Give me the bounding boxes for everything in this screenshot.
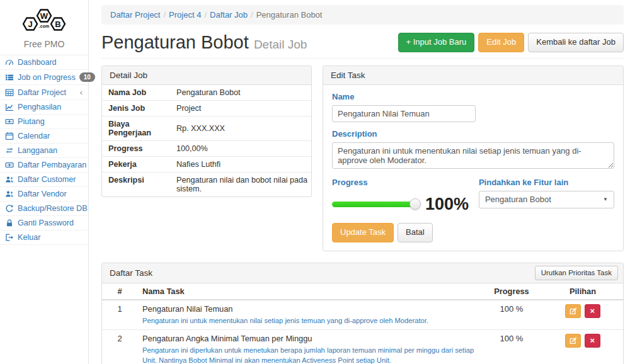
sign-out-icon: [5, 233, 14, 242]
sidebar-item-daftar-pembayaran[interactable]: Daftar Pembayaran: [0, 158, 88, 173]
x-icon: ×: [590, 307, 595, 315]
jwb-logo-icon: W J B .com: [15, 5, 73, 35]
sidebar-item-label: Calendar: [18, 132, 50, 140]
sidebar-item-label: Ganti Password: [18, 219, 74, 227]
sidebar-item-label: Penghasilan: [18, 103, 61, 111]
sidebar-item-daftar-customer[interactable]: Daftar Customer: [0, 173, 88, 187]
progress-slider-handle[interactable]: [410, 198, 421, 210]
users-icon: [5, 190, 14, 198]
daftar-task-panel-title: Daftar Task: [110, 268, 152, 278]
column-header-pilihan: Pilihan: [542, 283, 623, 300]
calendar-icon: [5, 132, 14, 140]
progress-slider[interactable]: [332, 202, 415, 207]
breadcrumb: Daftar Project/Project 4/Daftar Job/Peng…: [101, 5, 624, 25]
money-icon: [5, 117, 14, 126]
dashboard-icon: [5, 58, 14, 67]
column-header-nama-task: Nama Task: [137, 283, 481, 300]
name-label: Name: [332, 92, 614, 101]
table-header-row: # Nama Task Progress Pilihan: [102, 283, 623, 300]
sort-priority-button[interactable]: Urutkan Prioritas Task: [535, 266, 618, 280]
sidebar-item-label: Daftar Project: [18, 88, 66, 97]
breadcrumb-current: Pengaturan Bobot: [256, 10, 323, 20]
sidebar-item-langganan[interactable]: Langganan: [0, 144, 88, 158]
app-logo: W J B .com Free PMO: [0, 0, 88, 55]
sidebar-item-backup-restore-db[interactable]: Backup/Restore DB: [0, 202, 88, 216]
sidebar-item-calendar[interactable]: Calendar: [0, 129, 88, 144]
move-feature-select[interactable]: Pengaturan Bobot ▼: [479, 191, 614, 208]
column-header-progress: Progress: [481, 283, 542, 300]
selected-option: Pengaturan Bobot: [485, 195, 551, 204]
money-icon: [5, 161, 14, 169]
task-description: Pengaturan ini diperlukan untuk menetuka…: [142, 345, 476, 364]
table-row: DeskripsiPengaturan nilai dan bobot nila…: [102, 172, 311, 196]
batal-button[interactable]: Batal: [398, 223, 433, 242]
breadcrumb-separator: /: [204, 10, 207, 20]
breadcrumb-separator: /: [163, 10, 166, 20]
list-icon: [5, 73, 14, 82]
task-description-textarea[interactable]: Pengaturan ini untuk menentukan nilai se…: [332, 142, 614, 169]
sidebar-item-label: Backup/Restore DB: [18, 204, 88, 213]
sidebar-item-label: Daftar Vendor: [18, 190, 67, 198]
table-row: PekerjaNafies Luthfi: [102, 156, 311, 172]
sidebar-item-job-on-progress[interactable]: Job on Progress 10: [0, 70, 88, 85]
page-header: Pengaturan Bobot Detail Job + Input Job …: [101, 33, 624, 59]
main-content: Daftar Project/Project 4/Daftar Job/Peng…: [89, 0, 630, 364]
sidebar-item-label: Keluar: [18, 233, 40, 242]
retweet-icon: [5, 146, 14, 155]
sidebar-item-label: Daftar Pembayaran: [18, 161, 86, 169]
sidebar-item-ganti-password[interactable]: Ganti Password: [0, 216, 88, 230]
breadcrumb-link-daftar-project[interactable]: Daftar Project: [110, 10, 160, 20]
sidebar-item-label: Langganan: [18, 146, 57, 155]
table-icon: [5, 88, 14, 97]
table-row: 1 Pengaturan Nilai Temuan Pengaturan ini…: [102, 300, 623, 330]
pencil-square-icon: [570, 337, 577, 344]
chevron-left-icon: ‹: [80, 88, 84, 97]
edit-task-button[interactable]: [565, 304, 581, 318]
delete-task-button[interactable]: ×: [585, 304, 600, 318]
sidebar: W J B .com Free PMO Dashboard Job on Pro…: [0, 0, 89, 364]
edit-task-panel: Edit Task Name Description Pengaturan in…: [323, 65, 624, 251]
task-name-input[interactable]: [332, 105, 476, 122]
svg-text:J: J: [28, 20, 32, 29]
users-icon: [5, 175, 14, 184]
svg-text:W: W: [40, 11, 49, 21]
brand-name: Free PMO: [0, 39, 88, 49]
task-name: Pengaturan Angka Minimal Temuan per Ming…: [142, 334, 476, 343]
sidebar-item-dashboard[interactable]: Dashboard: [0, 55, 88, 70]
sidebar-item-daftar-project[interactable]: Daftar Project ‹: [0, 85, 88, 100]
lock-icon: [5, 219, 14, 227]
sidebar-item-penghasilan[interactable]: Penghasilan: [0, 100, 88, 115]
chevron-down-icon: ▼: [603, 196, 608, 202]
edit-task-button[interactable]: [565, 334, 581, 348]
task-name: Pengaturan Nilai Temuan: [142, 304, 476, 314]
x-icon: ×: [590, 336, 595, 344]
task-description: Pengaturan ini untuk menentukan nilai se…: [142, 316, 476, 326]
back-to-job-list-button[interactable]: Kembali ke daftar Job: [528, 33, 624, 52]
breadcrumb-link-daftar-job[interactable]: Daftar Job: [210, 10, 248, 20]
description-label: Description: [332, 129, 614, 139]
line-chart-icon: [5, 103, 14, 111]
delete-task-button[interactable]: ×: [585, 334, 600, 348]
sidebar-item-keluar[interactable]: Keluar: [0, 230, 88, 245]
progress-label: Progress: [332, 178, 479, 187]
sidebar-item-label: Job on Progress: [18, 73, 76, 82]
edit-job-button[interactable]: Edit Job: [478, 33, 524, 52]
table-row: Biaya PengerjaanRp. XXX.XXX: [102, 116, 311, 140]
sidebar-item-piutang[interactable]: Piutang: [0, 115, 88, 129]
update-task-button[interactable]: Update Task: [332, 223, 394, 242]
detail-job-panel-title: Detail Job: [102, 66, 311, 85]
input-job-baru-button[interactable]: + Input Job Baru: [398, 33, 475, 52]
progress-value: 100%: [425, 195, 469, 214]
pencil-square-icon: [570, 307, 577, 315]
table-row: Nama JobPengaturan Bobot: [102, 85, 311, 101]
page-title: Pengaturan Bobot Detail Job: [101, 33, 307, 52]
sidebar-item-label: Dashboard: [18, 58, 57, 67]
table-row: Progress100,00%: [102, 140, 311, 156]
daftar-task-panel: Daftar Task Urutkan Prioritas Task # Nam…: [101, 263, 624, 364]
breadcrumb-link-project-4[interactable]: Project 4: [169, 10, 201, 20]
svg-text:B: B: [55, 20, 60, 29]
task-progress: 100 %: [481, 300, 542, 330]
sidebar-item-label: Daftar Customer: [18, 175, 76, 184]
svg-text:.com: .com: [39, 24, 49, 28]
sidebar-item-daftar-vendor[interactable]: Daftar Vendor: [0, 187, 88, 202]
